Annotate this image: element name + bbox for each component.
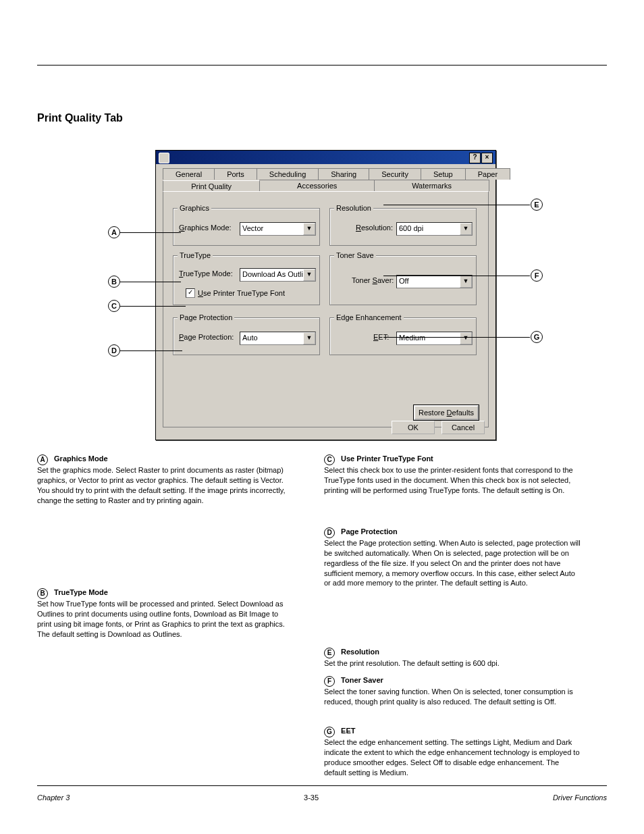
label-resolution: Resolution: bbox=[356, 224, 393, 232]
desc-circle-b: B bbox=[37, 588, 48, 599]
group-truetype: TrueType TrueType Mode: Download As Outl… bbox=[173, 255, 320, 305]
group-toner: Toner Save Toner Saver: Off▼ bbox=[329, 255, 477, 305]
tab-security[interactable]: Security bbox=[369, 168, 421, 180]
callout-b: B bbox=[108, 276, 120, 288]
chevron-down-icon[interactable]: ▼ bbox=[303, 269, 315, 281]
legend-truetype: TrueType bbox=[178, 251, 213, 259]
tab-watermarks[interactable]: Watermarks bbox=[374, 180, 489, 191]
cancel-button[interactable]: Cancel bbox=[441, 421, 485, 434]
desc-f: F Toner Saver Select the toner saving fu… bbox=[324, 675, 581, 707]
tab-accessories[interactable]: Accessories bbox=[259, 180, 375, 191]
tab-print-quality[interactable]: Print Quality bbox=[163, 180, 260, 192]
label-page-protection: Page Protection: bbox=[179, 333, 234, 341]
callout-g: G bbox=[531, 331, 543, 343]
desc-circle-f: F bbox=[324, 676, 335, 687]
desc-circle-g: G bbox=[324, 727, 335, 737]
leader-b bbox=[120, 282, 181, 282]
legend-resolution: Resolution bbox=[334, 204, 373, 212]
desc-a: A Graphics Mode Set the graphics mode. S… bbox=[37, 454, 294, 505]
combo-pageprot-value: Auto bbox=[242, 334, 258, 342]
dialog-window: ? × General Ports Scheduling Sharing Sec… bbox=[155, 150, 496, 440]
combo-graphics-mode[interactable]: Vector▼ bbox=[240, 222, 316, 236]
desc-b-label: TrueType Mode bbox=[54, 588, 108, 596]
page-footer: Chapter 3 3-35 Driver Functions bbox=[37, 793, 607, 802]
combo-resolution[interactable]: 600 dpi▼ bbox=[396, 222, 473, 236]
desc-c-label: Use Printer TrueType Font bbox=[341, 454, 433, 463]
bottom-rule bbox=[37, 785, 607, 786]
label-use-printer-font: Use Printer TrueType Font bbox=[198, 289, 285, 297]
combo-toner-saver[interactable]: Off▼ bbox=[396, 275, 473, 288]
leader-e bbox=[383, 205, 530, 205]
desc-g: G EET Select the edge enhancement settin… bbox=[324, 726, 581, 777]
group-edge: Edge Enhancement EET: Medium▼ bbox=[329, 317, 477, 355]
ok-button[interactable]: OK bbox=[392, 421, 435, 434]
tab-ports[interactable]: Ports bbox=[214, 168, 257, 180]
combo-eet-value: Medium bbox=[399, 334, 425, 342]
footer-chapter: Chapter 3 bbox=[37, 793, 70, 802]
desc-f-label: Toner Saver bbox=[341, 676, 383, 684]
desc-c-text: Select this check box to use the printer… bbox=[324, 466, 573, 494]
leader-a bbox=[120, 232, 181, 233]
callout-e: E bbox=[531, 199, 543, 211]
combo-graphics-value: Vector bbox=[242, 224, 263, 232]
chevron-down-icon[interactable]: ▼ bbox=[460, 332, 472, 344]
tab-setup[interactable]: Setup bbox=[421, 168, 466, 180]
callout-f: F bbox=[531, 269, 543, 282]
footer-page: 3-35 bbox=[304, 793, 319, 802]
desc-f-text: Select the toner saving function. When O… bbox=[324, 687, 573, 706]
leader-c bbox=[120, 306, 186, 307]
callout-d: D bbox=[108, 344, 120, 357]
chevron-down-icon[interactable]: ▼ bbox=[303, 223, 315, 235]
group-resolution: Resolution Resolution: 600 dpi▼ bbox=[329, 208, 477, 246]
combo-page-protection[interactable]: Auto▼ bbox=[240, 332, 316, 345]
titlebar: ? × bbox=[156, 151, 495, 164]
desc-circle-d: D bbox=[324, 527, 335, 538]
desc-a-text: Set the graphics mode. Select Raster to … bbox=[37, 466, 285, 504]
window-icon bbox=[159, 153, 169, 163]
leader-g bbox=[383, 337, 530, 338]
restore-defaults-button[interactable]: Restore Defaults bbox=[414, 405, 479, 420]
legend-edge: Edge Enhancement bbox=[334, 313, 404, 321]
desc-circle-e: E bbox=[324, 648, 335, 658]
help-button[interactable]: ? bbox=[469, 153, 481, 163]
group-graphics: Graphics Graphics Mode: Vector▼ bbox=[173, 208, 320, 246]
tab-general[interactable]: General bbox=[163, 168, 215, 180]
leader-d bbox=[120, 350, 182, 351]
combo-toner-value: Off bbox=[399, 277, 408, 285]
combo-eet[interactable]: Medium▼ bbox=[396, 332, 473, 345]
desc-b: B TrueType Mode Set how TrueType fonts w… bbox=[37, 588, 294, 639]
desc-a-label: Graphics Mode bbox=[54, 454, 107, 463]
legend-graphics: Graphics bbox=[178, 204, 211, 212]
combo-resolution-value: 600 dpi bbox=[399, 224, 423, 232]
chevron-down-icon[interactable]: ▼ bbox=[303, 332, 315, 344]
label-toner-saver: Toner Saver: bbox=[352, 276, 394, 284]
desc-circle-a: A bbox=[37, 454, 48, 465]
tab-strip: General Ports Scheduling Sharing Securit… bbox=[163, 168, 489, 191]
desc-d-text: Select the Page protection setting. When… bbox=[324, 539, 581, 587]
desc-d: D Page Protection Select the Page protec… bbox=[324, 527, 581, 588]
chevron-down-icon[interactable]: ▼ bbox=[460, 223, 472, 235]
document-page: Print Quality Tab ? × General Ports Sche… bbox=[0, 0, 644, 834]
top-rule bbox=[37, 65, 607, 66]
tab-sharing[interactable]: Sharing bbox=[318, 168, 369, 180]
desc-e-text: Set the print resolution. The default se… bbox=[324, 659, 500, 667]
checkbox-use-printer-font[interactable]: ✓ bbox=[186, 288, 195, 298]
legend-pageprot: Page Protection bbox=[178, 313, 234, 321]
chevron-down-icon[interactable]: ▼ bbox=[460, 276, 472, 288]
label-truetype-mode: TrueType Mode: bbox=[179, 269, 233, 278]
close-button[interactable]: × bbox=[481, 153, 493, 163]
leader-f bbox=[383, 276, 530, 276]
desc-g-label: EET bbox=[341, 727, 355, 735]
group-pageprot: Page Protection Page Protection: Auto▼ bbox=[173, 317, 320, 355]
tab-paper[interactable]: Paper bbox=[465, 168, 510, 180]
desc-e-label: Resolution bbox=[341, 648, 379, 656]
tab-scheduling[interactable]: Scheduling bbox=[257, 168, 319, 180]
callout-a: A bbox=[108, 226, 120, 238]
desc-circle-c: C bbox=[324, 454, 335, 465]
label-graphics-mode: Graphics Mode: bbox=[179, 224, 232, 232]
desc-g-text: Select the edge enhancement setting. The… bbox=[324, 738, 580, 777]
tab-body: Graphics Graphics Mode: Vector▼ Resoluti… bbox=[163, 191, 489, 427]
combo-truetype-mode[interactable]: Download As Outlines▼ bbox=[240, 268, 316, 282]
desc-d-label: Page Protection bbox=[341, 527, 398, 536]
desc-b-text: Set how TrueType fonts will be processed… bbox=[37, 600, 285, 638]
